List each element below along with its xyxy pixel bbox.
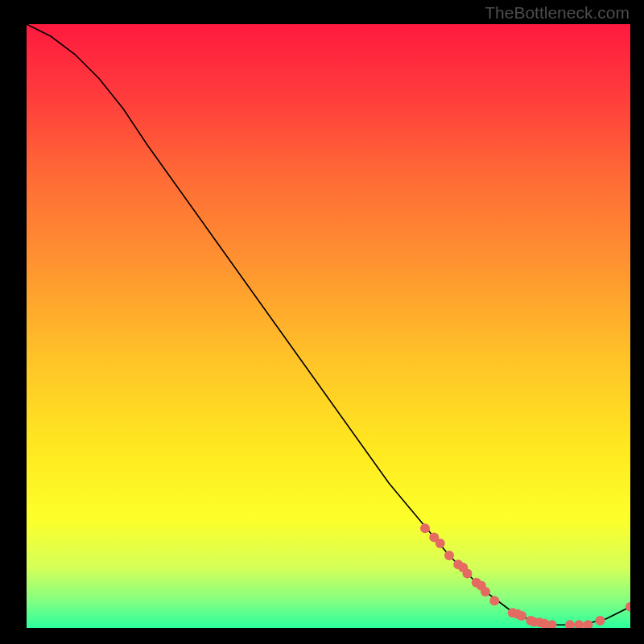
scatter-point <box>489 596 499 605</box>
plot-area <box>27 24 630 628</box>
gradient-background <box>27 24 630 628</box>
scatter-point <box>420 523 430 533</box>
scatter-point <box>444 551 454 560</box>
scatter-point <box>436 539 445 548</box>
scatter-point <box>481 587 490 597</box>
watermark-text: TheBottleneck.com <box>485 3 630 23</box>
chart-svg <box>27 24 630 628</box>
scatter-point <box>596 616 605 625</box>
scatter-point <box>463 569 473 579</box>
scatter-point <box>517 611 526 621</box>
chart-container: TheBottleneck.com <box>0 0 644 644</box>
